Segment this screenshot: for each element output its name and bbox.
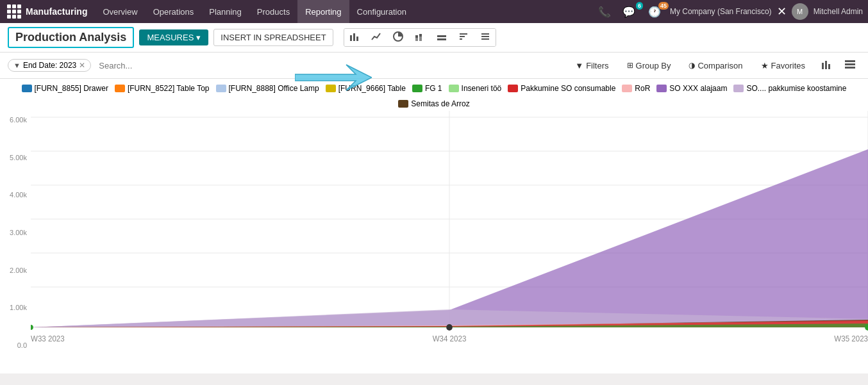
legend-item: [FURN_9666] Table xyxy=(326,84,406,93)
y-label-6k: 6.00k xyxy=(0,116,31,124)
y-label-2k: 2.00k xyxy=(0,266,31,274)
legend-color xyxy=(656,85,667,92)
settings-icon[interactable]: ✕ xyxy=(777,4,787,19)
svg-rect-5 xyxy=(415,35,418,38)
chart-svg-container: 6.00k 5.00k 4.00k 3.00k 2.00k 1.00k 0.0 xyxy=(0,111,868,354)
messages-badge: 6 xyxy=(636,2,643,10)
x-label-w34: W34 2023 xyxy=(433,334,467,343)
legend-item: SO.... pakkumise koostamine xyxy=(733,84,846,93)
apps-menu-button[interactable] xyxy=(5,3,23,20)
dot-w34 xyxy=(446,324,453,331)
legend-color xyxy=(733,85,744,92)
legend-color xyxy=(326,85,336,92)
line-chart-btn[interactable] xyxy=(366,29,387,46)
svg-rect-19 xyxy=(828,64,830,69)
comparison-button[interactable]: ◑ Comparison xyxy=(682,58,749,73)
legend-label: [FURN_8522] Table Top xyxy=(128,84,210,93)
column-btn[interactable] xyxy=(431,29,452,46)
group-by-button[interactable]: ⊞ Group By xyxy=(621,58,678,73)
svg-rect-20 xyxy=(845,60,855,62)
legend-label: [FURN_8855] Drawer xyxy=(35,84,108,93)
phone-icon-btn[interactable]: 📞 xyxy=(596,4,613,19)
list-view-btn[interactable] xyxy=(840,56,860,74)
insert-spreadsheet-button[interactable]: INSERT IN SPREADSHEET xyxy=(213,29,333,46)
y-label-5k: 5.00k xyxy=(0,154,31,161)
y-label-1k: 1.00k xyxy=(0,304,31,311)
toolbar: Production Analysis MEASURES ▾ INSERT IN… xyxy=(0,23,868,53)
view-toggle-buttons xyxy=(817,56,860,74)
star-icon: ★ xyxy=(761,61,769,70)
legend-label: Pakkumine SO consumable xyxy=(521,84,615,93)
legend-item: FG 1 xyxy=(412,84,442,93)
svg-rect-21 xyxy=(845,63,855,65)
chart-view-btn[interactable] xyxy=(817,56,837,74)
nav-planning[interactable]: Planning xyxy=(201,0,249,23)
chart-type-buttons xyxy=(344,28,496,47)
legend-label: [FURN_8888] Office Lamp xyxy=(229,84,319,93)
x-label-w35: W35 2023 xyxy=(834,334,868,343)
dropdown-arrow-icon: ▾ xyxy=(196,33,201,42)
bar-chart-btn[interactable] xyxy=(344,29,365,46)
top-nav: Manufacturing Overview Operations Planni… xyxy=(0,0,868,23)
svg-rect-2 xyxy=(356,37,358,41)
company-name: My Company (San Francisco) xyxy=(670,7,772,16)
nav-reporting[interactable]: Reporting xyxy=(297,0,349,23)
filter-tag-enddate: ▼ End Date: 2023 ✕ xyxy=(8,59,91,72)
legend-color xyxy=(508,85,518,92)
measures-button[interactable]: MEASURES ▾ xyxy=(139,29,208,45)
svg-rect-8 xyxy=(437,35,446,37)
svg-rect-0 xyxy=(350,35,352,41)
filter-tag-label: End Date: 2023 xyxy=(23,61,76,70)
x-label-w33: W33 2023 xyxy=(31,334,65,343)
funnel-icon: ▼ xyxy=(13,61,21,69)
y-label-0: 0.0 xyxy=(0,341,31,349)
nav-operations[interactable]: Operations xyxy=(146,0,202,23)
sort-asc-btn[interactable] xyxy=(453,29,474,46)
legend-color xyxy=(22,85,32,92)
chart-area: [FURN_8855] Drawer[FURN_8522] Table Top[… xyxy=(0,79,868,373)
svg-rect-7 xyxy=(419,34,422,37)
user-name: Mitchell Admin xyxy=(814,7,863,16)
brand-name: Manufacturing xyxy=(26,6,87,17)
search-input[interactable] xyxy=(96,60,569,72)
legend-label: SO.... pakkumise koostamine xyxy=(746,84,846,93)
legend-item: [FURN_8522] Table Top xyxy=(115,84,210,93)
legend-label: RoR xyxy=(635,84,650,93)
legend-item: Pakkumine SO consumable xyxy=(508,84,615,93)
legend-label: FG 1 xyxy=(425,84,442,93)
nav-links: Overview Operations Planning Products Re… xyxy=(95,0,413,23)
activities-btn[interactable]: 🕐 45 xyxy=(644,4,665,19)
comparison-icon: ◑ xyxy=(689,61,695,70)
legend-color xyxy=(398,100,408,108)
list-btn[interactable] xyxy=(475,29,496,46)
avatar-image: M xyxy=(792,3,808,20)
legend-color xyxy=(115,85,125,92)
nav-products[interactable]: Products xyxy=(249,0,297,23)
y-axis-labels: 6.00k 5.00k 4.00k 3.00k 2.00k 1.00k 0.0 xyxy=(0,111,31,354)
filters-button[interactable]: ▼ Filters xyxy=(569,58,615,73)
stacked-btn[interactable] xyxy=(410,29,430,46)
svg-rect-1 xyxy=(353,33,355,41)
filter-icon: ▼ xyxy=(575,61,583,70)
legend-item: Semitas de Arroz xyxy=(398,99,469,108)
nav-overview[interactable]: Overview xyxy=(95,0,145,23)
chart-legend: [FURN_8855] Drawer[FURN_8522] Table Top[… xyxy=(0,79,868,111)
messages-btn[interactable]: 💬 6 xyxy=(619,4,639,19)
legend-label: Inseneri töö xyxy=(462,84,502,93)
filter-remove-btn[interactable]: ✕ xyxy=(79,61,85,70)
svg-rect-6 xyxy=(419,37,422,41)
legend-label: Semitas de Arroz xyxy=(411,99,469,108)
favorites-button[interactable]: ★ Favorites xyxy=(755,58,812,73)
legend-item: Inseneri töö xyxy=(449,84,502,93)
legend-item: RoR xyxy=(622,84,650,93)
chart-svg: W33 2023 W34 2023 W35 2023 xyxy=(31,111,868,354)
user-avatar[interactable]: M xyxy=(792,3,808,20)
svg-rect-9 xyxy=(437,38,446,40)
top-nav-right: 📞 💬 6 🕐 45 My Company (San Francisco) ✕ … xyxy=(596,3,863,20)
legend-label: [FURN_9666] Table xyxy=(338,84,406,93)
nav-configuration[interactable]: Configuration xyxy=(349,0,414,23)
legend-label: SO XXX alajaam xyxy=(669,84,727,93)
pie-chart-btn[interactable] xyxy=(388,29,408,46)
legend-item: [FURN_8888] Office Lamp xyxy=(216,84,319,93)
y-label-3k: 3.00k xyxy=(0,229,31,236)
